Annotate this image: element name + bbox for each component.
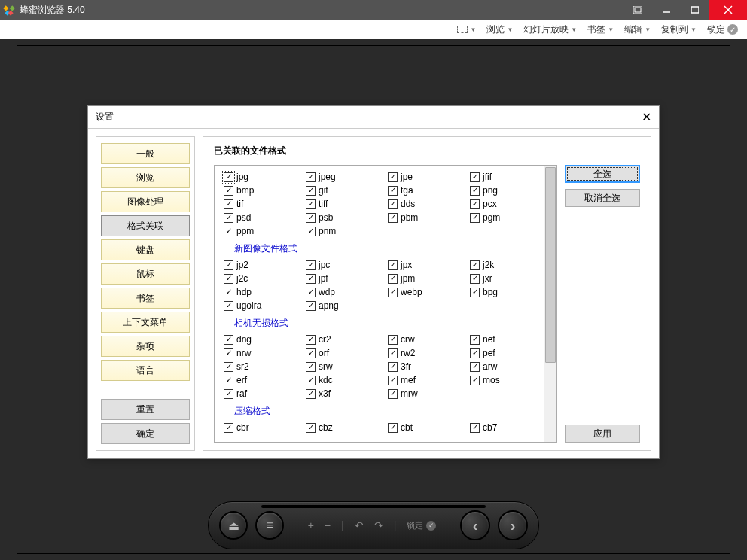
zoom-in-icon[interactable]: +: [308, 519, 314, 531]
format-cbt[interactable]: cbt: [388, 422, 467, 433]
format-mef[interactable]: mef: [388, 375, 467, 385]
maximize-button[interactable]: [681, 0, 709, 20]
format-tga[interactable]: tga: [388, 185, 467, 196]
format-apng[interactable]: apng: [306, 300, 385, 311]
format-3fr[interactable]: 3fr: [388, 361, 467, 372]
format-orf[interactable]: orf: [306, 348, 385, 358]
sidebar-item-7[interactable]: 上下文菜单: [101, 312, 190, 333]
format-cb7[interactable]: cb7: [470, 422, 549, 433]
sidebar-item-0[interactable]: 一般: [101, 143, 190, 164]
format-nrw[interactable]: nrw: [224, 348, 303, 358]
format-erf[interactable]: erf: [224, 375, 303, 385]
sidebar-item-3[interactable]: 格式关联: [101, 215, 190, 236]
menu-button[interactable]: ≡: [255, 511, 284, 540]
sidebar-item-5[interactable]: 鼠标: [101, 263, 190, 285]
format-label: mef: [401, 375, 416, 385]
checkbox-icon: [224, 199, 233, 209]
format-j2k[interactable]: j2k: [470, 260, 549, 270]
format-arw[interactable]: arw: [470, 361, 549, 372]
format-pgm[interactable]: pgm: [470, 212, 549, 223]
format-cr2[interactable]: cr2: [306, 334, 385, 345]
format-rw2[interactable]: rw2: [388, 348, 467, 358]
toolbar-copyto[interactable]: 复制到▼: [658, 23, 700, 36]
format-jpx[interactable]: jpx: [388, 260, 467, 270]
format-jpg[interactable]: jpg: [224, 172, 303, 182]
sidebar-item-4[interactable]: 键盘: [101, 239, 190, 260]
format-crw[interactable]: crw: [388, 334, 467, 345]
scrollbar[interactable]: [544, 166, 556, 442]
format-jpeg[interactable]: jpeg: [306, 172, 385, 182]
toolbar-edit[interactable]: 编辑▼: [621, 23, 654, 36]
format-dng[interactable]: dng: [224, 334, 303, 345]
sidebar-item-8[interactable]: 杂项: [101, 336, 190, 357]
sidebar-item-2[interactable]: 图像处理: [101, 191, 190, 212]
toolbar-resize[interactable]: ▼: [454, 26, 479, 33]
toolbar-bookmark[interactable]: 书签▼: [584, 23, 617, 36]
apply-button[interactable]: 应用: [565, 425, 640, 443]
format-tiff[interactable]: tiff: [306, 199, 385, 209]
format-kdc[interactable]: kdc: [306, 375, 385, 385]
format-jxr[interactable]: jxr: [470, 273, 549, 284]
format-pbm[interactable]: pbm: [388, 212, 467, 223]
format-label: pgm: [483, 212, 500, 223]
zoom-out-icon[interactable]: −: [325, 519, 331, 531]
close-button[interactable]: [709, 0, 747, 20]
format-raf[interactable]: raf: [224, 388, 303, 399]
sidebar-item-9[interactable]: 语言: [101, 360, 190, 381]
format-mos[interactable]: mos: [470, 375, 549, 385]
format-hdp[interactable]: hdp: [224, 287, 303, 297]
format-jpf[interactable]: jpf: [306, 273, 385, 284]
sidebar-ok-button[interactable]: 确定: [101, 423, 190, 444]
next-button[interactable]: ›: [498, 510, 528, 540]
format-psd[interactable]: psd: [224, 212, 303, 223]
sidebar-item-1[interactable]: 浏览: [101, 167, 190, 188]
format-jp2[interactable]: jp2: [224, 260, 303, 270]
deselect-all-button[interactable]: 取消全选: [565, 189, 640, 207]
format-cbr[interactable]: cbr: [224, 422, 303, 433]
format-jpe[interactable]: jpe: [388, 172, 467, 182]
sidebar-item-6[interactable]: 书签: [101, 288, 190, 309]
format-bpg[interactable]: bpg: [470, 287, 549, 297]
format-png[interactable]: png: [470, 185, 549, 196]
checkbox-icon: [224, 288, 233, 297]
format-pnm[interactable]: pnm: [306, 226, 385, 236]
eject-button[interactable]: ⏏: [219, 511, 248, 540]
format-srw[interactable]: srw: [306, 361, 385, 372]
fullscreen-button[interactable]: [624, 0, 652, 20]
format-gif[interactable]: gif: [306, 185, 385, 196]
format-ugoira[interactable]: ugoira: [224, 300, 303, 311]
format-jpc[interactable]: jpc: [306, 260, 385, 270]
format-bmp[interactable]: bmp: [224, 185, 303, 196]
minimize-button[interactable]: [652, 0, 681, 20]
toolbar-lock[interactable]: 锁定✓: [704, 23, 741, 36]
format-j2c[interactable]: j2c: [224, 273, 303, 284]
format-wdp[interactable]: wdp: [306, 287, 385, 297]
format-x3f[interactable]: x3f: [306, 388, 385, 399]
format-tif[interactable]: tif: [224, 199, 303, 209]
format-nef[interactable]: nef: [470, 334, 549, 345]
format-mrw[interactable]: mrw: [388, 388, 467, 399]
dialog-close-button[interactable]: ✕: [642, 110, 651, 124]
format-psb[interactable]: psb: [306, 212, 385, 223]
prev-button[interactable]: ‹: [460, 510, 490, 540]
checkbox-icon: [306, 186, 316, 196]
sidebar-reset-button[interactable]: 重置: [101, 399, 190, 420]
format-ppm[interactable]: ppm: [224, 226, 303, 236]
format-cbz[interactable]: cbz: [306, 422, 385, 433]
format-label: erf: [236, 375, 247, 385]
progress-track[interactable]: [261, 505, 486, 508]
format-pcx[interactable]: pcx: [470, 199, 549, 209]
rotate-right-icon[interactable]: ↷: [374, 519, 383, 531]
format-jpm[interactable]: jpm: [388, 273, 467, 284]
format-jfif[interactable]: jfif: [470, 172, 549, 182]
format-sr2[interactable]: sr2: [224, 361, 303, 372]
toolbar-slideshow[interactable]: 幻灯片放映▼: [520, 23, 580, 36]
select-all-button[interactable]: 全选: [565, 165, 640, 183]
format-dds[interactable]: dds: [388, 199, 467, 209]
toolbar-browse[interactable]: 浏览▼: [483, 23, 516, 36]
scrollbar-thumb[interactable]: [545, 167, 556, 363]
format-pef[interactable]: pef: [470, 348, 549, 358]
rotate-left-icon[interactable]: ↶: [355, 519, 364, 531]
bottom-lock[interactable]: 锁定✓: [407, 520, 436, 531]
format-webp[interactable]: webp: [388, 287, 467, 297]
